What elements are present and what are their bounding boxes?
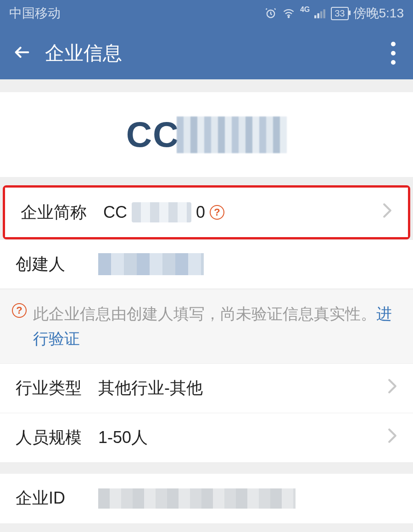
network-type-label: 4G	[300, 6, 310, 14]
time-label: 傍晚5:13	[353, 5, 404, 22]
notice-text: 此企业信息由创建人填写，尚未验证信息真实性。	[33, 305, 376, 322]
nav-bar: 企业信息	[0, 27, 413, 79]
help-icon[interactable]: ?	[210, 205, 224, 220]
redacted-logo-suffix	[177, 116, 287, 153]
redacted-company-id	[98, 488, 296, 509]
status-bar: 中国移动 4G 33 傍晚5:13	[0, 0, 413, 27]
alarm-icon	[264, 7, 277, 20]
svg-rect-2	[314, 15, 316, 18]
svg-rect-4	[320, 11, 322, 18]
creator-label: 创建人	[16, 253, 98, 276]
redacted-creator-value	[98, 253, 204, 275]
signal-icon	[314, 8, 326, 18]
chevron-right-icon	[387, 378, 397, 398]
short-name-prefix: CC	[103, 203, 127, 222]
battery-value: 33	[335, 8, 345, 19]
back-button[interactable]	[13, 43, 31, 63]
chevron-right-icon	[382, 203, 392, 222]
industry-label: 行业类型	[16, 377, 98, 399]
creator-value	[98, 253, 397, 275]
carrier-label: 中国移动	[9, 5, 61, 22]
verification-notice: ? 此企业信息由创建人填写，尚未验证信息真实性。进行验证	[0, 289, 413, 364]
highlight-short-name: 企业简称 CC0 ?	[3, 185, 410, 239]
svg-point-1	[288, 17, 289, 17]
row-industry[interactable]: 行业类型 其他行业-其他	[0, 364, 413, 413]
logo-prefix: CC	[126, 114, 180, 155]
row-creator: 创建人	[0, 239, 413, 289]
short-name-value: CC0 ?	[103, 202, 382, 222]
staff-size-label: 人员规模	[16, 427, 98, 449]
short-name-label: 企业简称	[21, 201, 103, 224]
row-company-id: 企业ID	[0, 474, 413, 523]
company-logo-text: CC	[126, 114, 287, 155]
notice-text-wrap: 此企业信息由创建人填写，尚未验证信息真实性。进行验证	[33, 301, 397, 351]
svg-rect-5	[324, 9, 325, 18]
short-name-suffix: 0	[196, 203, 205, 222]
more-button[interactable]	[391, 42, 396, 65]
warning-icon: ?	[12, 303, 27, 318]
battery-indicator: 33	[331, 7, 348, 20]
staff-size-value: 1-50人	[98, 427, 387, 449]
company-logo-block: CC	[0, 92, 413, 177]
redacted-short-name-mid	[132, 202, 191, 222]
svg-rect-3	[318, 13, 319, 18]
chevron-right-icon	[387, 428, 397, 448]
company-id-value	[98, 488, 397, 509]
industry-value: 其他行业-其他	[98, 377, 387, 399]
status-right: 4G 33 傍晚5:13	[264, 5, 404, 22]
row-company-short-name[interactable]: 企业简称 CC0 ?	[5, 188, 408, 237]
wifi-icon	[282, 7, 296, 20]
company-id-label: 企业ID	[16, 487, 98, 510]
row-staff-size[interactable]: 人员规模 1-50人	[0, 413, 413, 463]
page-title: 企业信息	[45, 40, 122, 66]
